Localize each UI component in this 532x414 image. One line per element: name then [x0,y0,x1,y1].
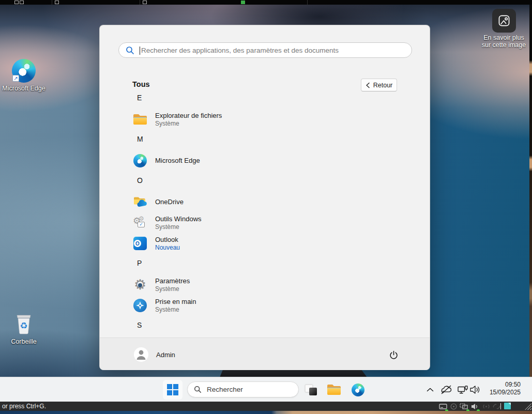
user-avatar [134,347,148,362]
status-divider [500,403,501,409]
taskbar: 09:50 15/09/2025 [0,377,532,402]
app-item-windows-tools[interactable]: ⚙⚙ ✓ Outils Windows Système [112,212,410,233]
start-button[interactable] [163,380,183,400]
get-started-icon [133,298,147,313]
volume-icon [470,386,481,394]
settings-gear-icon: ⚙ [133,278,147,292]
app-item-onedrive[interactable]: OneDrive [112,192,410,212]
task-view-button[interactable] [304,382,318,397]
app-item-settings[interactable]: ⚙ Paramètres Système [112,274,410,295]
onedrive-icon [133,195,147,209]
app-sublabel: Système [155,306,196,314]
app-item-microsoft-edge[interactable]: Microsoft Edge [112,150,410,171]
taskbar-search-box[interactable] [187,381,299,397]
taskbar-clock[interactable]: 09:50 15/09/2025 [483,381,521,396]
resize-grip[interactable] [525,403,531,410]
section-letter-m[interactable]: M [137,135,143,145]
folder-icon [327,384,341,396]
app-sublabel: Système [155,120,222,128]
browser-tab[interactable] [14,1,19,4]
recycle-bin-icon: ♻ [14,313,33,336]
browser-tab[interactable] [55,1,59,4]
desktop-icon-edge[interactable]: ↗ Microsoft Edge [0,59,48,92]
app-name: Microsoft Edge [155,157,200,165]
app-name: Paramètres [155,277,190,285]
desktop-icon-label: Microsoft Edge [0,85,48,92]
spotlight-caption-line1: En savoir plus [474,34,532,41]
status-bar-text: or press Ctrl+G. [2,403,46,410]
chevron-up-icon [427,388,434,392]
spotlight-button[interactable] [492,9,516,33]
search-icon [194,386,202,393]
spotlight-caption: En savoir plus sur cette image [474,34,532,49]
edge-icon [352,384,364,396]
browser-tab[interactable] [20,1,24,4]
app-name: Prise en main [155,298,196,306]
app-name: Explorateur de fichiers [155,112,222,120]
browser-tab[interactable] [143,1,147,4]
right-edge-window-sliver [529,5,532,402]
app-name: Outils Windows [155,215,202,223]
windows-tools-icon: ⚙⚙ ✓ [133,216,147,230]
app-item-outlook[interactable]: O Outlook Nouveau [112,233,410,254]
start-menu-search-input[interactable] [134,47,412,54]
onedrive-tray-button[interactable] [439,382,453,397]
background-window-edge [0,411,532,414]
back-button[interactable]: Retour [361,79,397,91]
user-profile-button[interactable]: Admin [128,344,181,365]
back-button-label: Retour [373,82,393,89]
app-name: OneDrive [155,198,184,206]
task-view-icon [305,383,318,396]
shortcut-arrow-icon: ↗ [12,75,19,82]
app-item-get-started[interactable]: Prise en main Système [112,295,410,316]
clock-date: 15/09/2025 [483,389,521,396]
file-explorer-icon [133,112,147,127]
power-button[interactable] [384,345,403,364]
chevron-left-icon [366,82,370,88]
user-name: Admin [156,351,175,359]
section-letter-s[interactable]: S [137,321,142,331]
section-letter-o[interactable]: O [137,176,143,187]
svg-text:♻: ♻ [20,321,27,331]
volume-tray-button[interactable] [468,382,483,397]
start-menu-footer: Admin [100,338,430,370]
desktop-icon-label: Corbeille [0,338,48,345]
network-tray-button[interactable] [455,382,470,397]
text-caret [140,47,140,55]
network-icon [458,386,468,394]
screen: ↗ Microsoft Edge ♻ Corbeille En savoir p… [0,0,532,414]
spotlight-caption-line2: sur cette image [474,41,532,49]
section-letter-p[interactable]: P [137,259,142,269]
start-menu-panel: Tous Retour E Explorateur de fichie [99,25,430,370]
tray-show-hidden-icons[interactable] [424,382,436,397]
desktop-icon-recycle-bin[interactable]: ♻ Corbeille [0,313,48,345]
app-sublabel: Système [155,223,202,231]
cloud-slash-icon [440,385,452,394]
tab-divider [307,0,308,5]
tab-divider [52,0,52,5]
browser-tab-strip [0,0,532,5]
app-sublabel-new: Nouveau [155,244,180,252]
app-name: Outlook [155,236,180,244]
start-menu-search-box[interactable] [118,42,412,58]
file-explorer-taskbar-button[interactable] [327,382,341,397]
browser-tab[interactable] [241,1,245,4]
taskbar-search-input[interactable] [202,386,303,393]
viewer-status-bar: or press Ctrl+G. [0,402,532,411]
search-icon [126,46,134,55]
clipboard-status-icon[interactable] [504,403,511,409]
edge-taskbar-button[interactable] [351,382,365,397]
all-apps-title: Tous [132,80,150,88]
clock-time: 09:50 [483,381,521,389]
landscape-image-icon [497,14,511,27]
section-letter-e[interactable]: E [137,94,142,104]
app-item-file-explorer[interactable]: Explorateur de fichiers Système [112,109,410,130]
power-icon [389,350,399,360]
app-sublabel: Système [155,285,190,293]
outlook-icon: O [133,236,147,251]
tab-divider [140,0,140,5]
edge-icon [133,154,147,168]
windows-logo-icon [167,384,178,395]
